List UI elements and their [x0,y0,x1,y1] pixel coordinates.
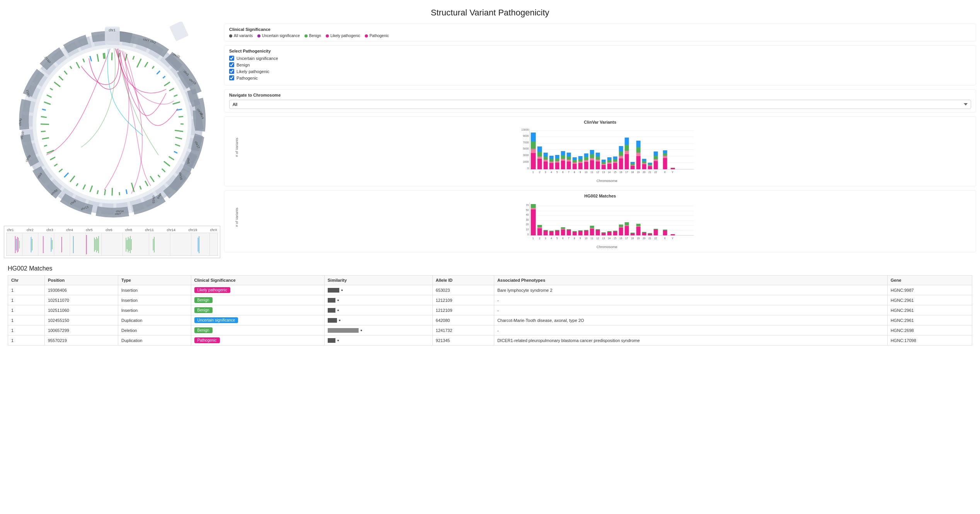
svg-text:19: 19 [637,237,640,240]
svg-rect-216 [607,160,612,162]
svg-rect-328 [613,231,618,235]
checkbox-likely-pathogenic-label: Likely pathogenic [236,69,269,74]
checkbox-uncertain[interactable]: Uncertain significance [229,56,971,61]
svg-rect-161 [544,157,548,160]
significance-badge: Likely pathogenic [194,287,230,293]
svg-text:17: 17 [625,171,628,174]
svg-rect-303 [567,230,571,235]
svg-rect-166 [550,159,554,162]
sim-bar-dot [337,340,339,341]
legend-pathogenic: Pathogenic [365,34,389,38]
svg-rect-290 [544,231,548,235]
svg-rect-112 [32,239,32,250]
svg-rect-239 [636,156,641,169]
checkbox-uncertain-label: Uncertain significance [236,56,278,61]
svg-text:3000: 3000 [523,154,529,157]
svg-rect-205 [596,160,600,162]
table-row: 1 100657299 Deletion Benign 1241732 - HG… [8,325,972,335]
svg-rect-180 [567,160,571,162]
checkbox-benign-input[interactable] [229,62,234,67]
significance-badge: Benign [194,297,213,303]
cell-allele-id: 653023 [432,285,494,295]
svg-text:20: 20 [526,223,529,226]
circos-diagram: chr1 chr2 chr3 chr4 chr5 chr6 chr7 chr8 … [8,22,216,223]
svg-rect-114 [51,238,51,252]
svg-text:16: 16 [619,171,623,174]
svg-rect-126 [129,238,129,251]
svg-rect-156 [538,152,542,157]
svg-rect-315 [590,229,594,235]
hg002-x-label: Chromosome [243,245,971,249]
cell-position: 102455150 [44,315,118,325]
svg-rect-232 [625,138,629,145]
svg-text:22: 22 [654,171,657,174]
hg002-chart-section: HG002 Matches # of Variants 0 10 20 30 4… [224,190,976,252]
linear-track[interactable] [6,233,218,256]
cell-type: Insertion [118,295,191,305]
cell-allele-id: 642080 [432,315,494,325]
svg-rect-182 [567,153,571,157]
data-table: Chr Position Type Clinical Significance … [8,275,972,346]
svg-text:chr4p: chr4p [18,118,22,126]
svg-rect-356 [663,230,667,230]
cell-type: Deletion [118,325,191,335]
svg-rect-150 [531,149,536,153]
svg-text:14: 14 [608,237,611,240]
svg-rect-252 [648,163,652,164]
svg-text:11: 11 [590,171,594,174]
chromosome-select[interactable]: All 1234 5678 9101112 13141516 17181920 … [229,100,971,109]
sim-bar-fill [328,338,335,343]
svg-rect-196 [584,157,589,160]
svg-rect-323 [602,232,606,233]
cell-gene: HGNC:2961 [887,305,972,315]
svg-rect-352 [654,230,658,235]
svg-rect-127 [130,236,130,253]
svg-rect-132 [199,236,199,253]
svg-rect-309 [578,231,583,235]
svg-rect-331 [619,228,623,235]
svg-rect-206 [596,157,600,160]
svg-rect-337 [625,222,629,225]
svg-rect-291 [544,230,548,231]
col-chr: Chr [8,276,45,285]
svg-text:20: 20 [643,237,646,240]
svg-text:18: 18 [631,237,634,240]
svg-rect-165 [550,162,554,163]
cell-type: Insertion [118,305,191,315]
svg-rect-187 [573,157,577,160]
svg-text:9: 9 [580,171,581,174]
svg-rect-202 [590,150,594,154]
checkbox-benign[interactable]: Benign [229,62,971,67]
svg-rect-185 [573,162,577,164]
checkbox-pathogenic[interactable]: Pathogenic [229,75,971,80]
svg-rect-189 [578,163,583,169]
svg-text:17: 17 [625,237,628,240]
svg-rect-284 [531,204,536,208]
svg-rect-110 [19,241,20,248]
svg-rect-339 [631,233,635,235]
cell-phenotypes: Bare lymphocyte syndrome 2 [494,285,887,295]
svg-rect-220 [613,162,618,163]
svg-rect-131 [198,238,198,252]
svg-rect-211 [602,162,606,164]
svg-text:19: 19 [637,171,640,174]
svg-rect-236 [631,163,635,165]
checkbox-likely-pathogenic[interactable]: Likely pathogenic [229,69,971,74]
cell-phenotypes: - [494,295,887,305]
cell-type: Insertion [118,285,191,295]
checkbox-likely-pathogenic-input[interactable] [229,69,234,74]
svg-text:21: 21 [648,171,652,174]
svg-rect-119 [95,239,95,250]
svg-text:3: 3 [545,237,546,240]
clinvar-chart-title: ClinVar Variants [229,120,971,124]
svg-rect-186 [573,160,577,162]
cell-gene: HGNC:2961 [887,315,972,325]
checkbox-uncertain-input[interactable] [229,56,234,61]
sim-bar-dot [339,320,340,321]
svg-rect-124 [127,240,127,249]
checkbox-pathogenic-input[interactable] [229,75,234,80]
svg-rect-209 [602,165,606,169]
svg-rect-264 [671,168,675,169]
svg-rect-283 [531,208,536,209]
similarity-bar [328,308,429,313]
